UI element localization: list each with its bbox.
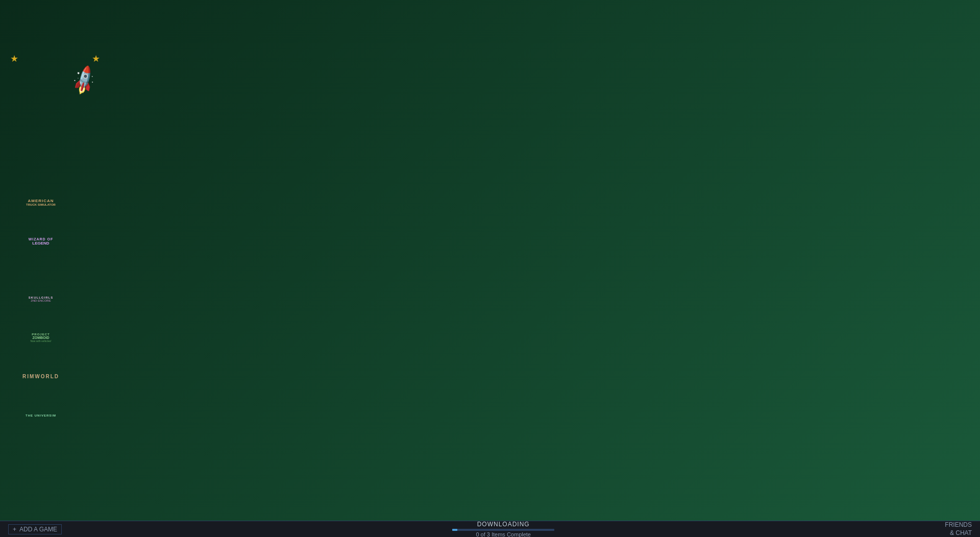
add-game-label: ADD A GAME <box>19 526 57 533</box>
bottom-center: DOWNLOADING 0 of 3 Items Complete <box>62 521 945 537</box>
friends-chat-button[interactable]: FRIENDS& CHAT <box>945 521 972 537</box>
downloading-label: DOWNLOADING <box>477 521 530 528</box>
star-left-icon: ★ <box>10 53 18 64</box>
add-game-plus-icon: + <box>13 526 16 533</box>
friends-chat-label: FRIENDS& CHAT <box>945 521 972 536</box>
bottom-status-text: 0 of 3 Items Complete <box>476 531 531 537</box>
queue-item-universim: THE UNIVERSIM The Universim 36.9 MB SATU… <box>0 396 980 435</box>
add-game-button[interactable]: + ADD A GAME <box>8 524 62 534</box>
bottom-bar: + ADD A GAME DOWNLOADING 0 of 3 Items Co… <box>0 521 980 537</box>
universim-thumbnail: THE UNIVERSIM <box>10 398 71 433</box>
bottom-progress-fill <box>452 529 457 531</box>
star-right-icon: ★ <box>92 53 100 64</box>
bottom-progress-bar <box>452 529 554 531</box>
